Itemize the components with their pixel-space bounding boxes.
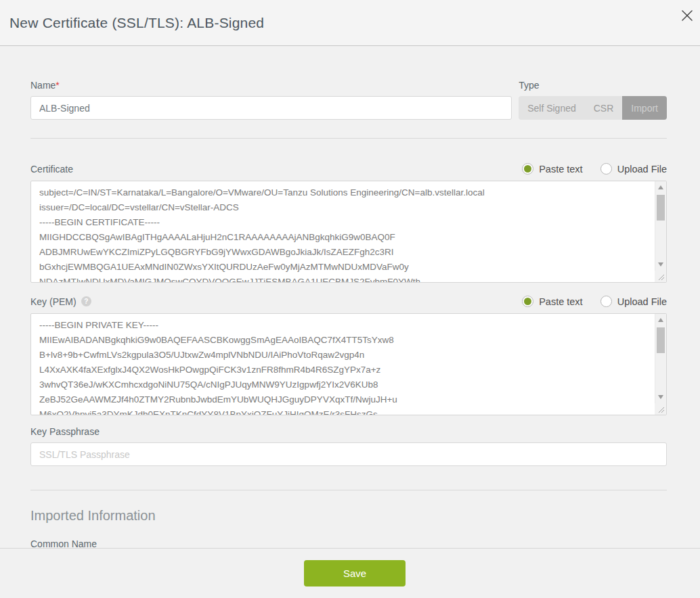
key-textarea[interactable]: -----BEGIN PRIVATE KEY----- MIIEwAIBADAN…	[30, 313, 667, 415]
scroll-down-icon[interactable]	[658, 395, 663, 399]
key-text[interactable]: -----BEGIN PRIVATE KEY----- MIIEwAIBADAN…	[31, 314, 654, 415]
name-field-group: Name*	[30, 80, 512, 120]
certificate-section-head: Certificate Paste text Upload File	[30, 163, 667, 175]
required-asterisk: *	[56, 80, 59, 91]
section-divider	[30, 138, 667, 139]
key-paste-text-radio[interactable]: Paste text	[522, 296, 582, 307]
scroll-up-icon[interactable]	[658, 185, 663, 189]
certificate-textarea[interactable]: subject=/C=IN/ST=Karnataka/L=Bangalore/O…	[30, 181, 667, 283]
certificate-mode-radio-group: Paste text Upload File	[522, 163, 667, 175]
radio-selected-icon	[522, 163, 533, 175]
key-mode-radio-group: Paste text Upload File	[522, 296, 667, 307]
name-input[interactable]	[30, 96, 512, 120]
radio-unselected-icon	[600, 163, 612, 175]
certificate-scrollbar[interactable]	[655, 181, 666, 271]
key-upload-file-radio[interactable]: Upload File	[600, 296, 667, 307]
type-field-group: Type Self Signed CSR Import	[519, 80, 667, 120]
section-divider	[30, 490, 667, 490]
radio-unselected-icon	[600, 296, 612, 307]
certificate-text[interactable]: subject=/C=IN/ST=Karnataka/L=Bangalore/O…	[31, 181, 654, 282]
key-passphrase-input[interactable]	[30, 442, 667, 466]
certificate-paste-text-radio[interactable]: Paste text	[522, 163, 582, 175]
key-passphrase-label: Key Passphrase	[30, 426, 667, 437]
name-label: Name*	[30, 80, 512, 91]
type-segmented-control: Self Signed CSR Import	[519, 96, 667, 120]
resize-grip-icon[interactable]	[655, 403, 666, 415]
save-button[interactable]: Save	[304, 560, 406, 586]
scrollbar-thumb[interactable]	[657, 327, 665, 353]
modal-header: New Certificate (SSL/TLS): ALB-Signed	[0, 0, 700, 46]
type-label: Type	[519, 80, 667, 91]
scroll-down-icon[interactable]	[658, 262, 663, 267]
certificate-upload-file-radio[interactable]: Upload File	[600, 163, 667, 175]
key-pem-label: Key (PEM)	[30, 296, 76, 307]
name-type-row: Name* Type Self Signed CSR Import	[30, 80, 667, 120]
imported-information-heading: Imported Information	[30, 508, 667, 524]
resize-grip-icon[interactable]	[655, 271, 666, 282]
scroll-up-icon[interactable]	[658, 318, 663, 322]
radio-selected-icon	[522, 296, 533, 307]
common-name-label: Common Name	[30, 538, 667, 548]
key-scrollbar[interactable]	[655, 314, 666, 403]
new-certificate-modal: New Certificate (SSL/TLS): ALB-Signed Na…	[0, 0, 700, 598]
help-icon[interactable]: ?	[81, 296, 91, 306]
key-section-head: Key (PEM) ? Paste text Upload File	[30, 296, 667, 307]
type-option-self-signed[interactable]: Self Signed	[519, 96, 585, 120]
type-option-csr[interactable]: CSR	[585, 96, 623, 120]
modal-footer: Save	[0, 548, 700, 598]
type-option-import[interactable]: Import	[622, 96, 667, 120]
modal-body: Name* Type Self Signed CSR Import Certif…	[0, 47, 700, 548]
scrollbar-thumb[interactable]	[657, 195, 665, 221]
certificate-label: Certificate	[30, 164, 73, 175]
close-icon[interactable]	[678, 7, 696, 24]
page-title: New Certificate (SSL/TLS): ALB-Signed	[0, 15, 264, 31]
